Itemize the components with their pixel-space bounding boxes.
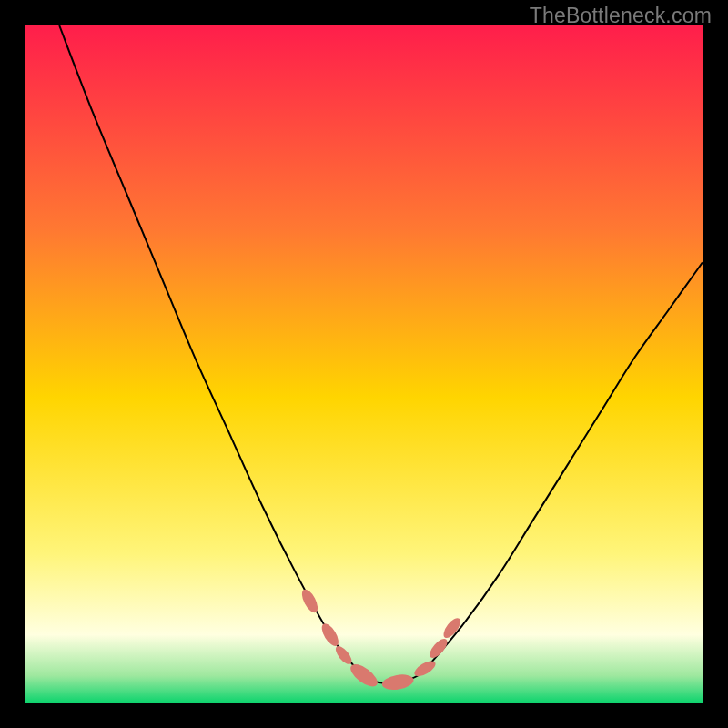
watermark-text: TheBottleneck.com: [530, 4, 712, 28]
chart-frame: TheBottleneck.com: [0, 0, 728, 728]
plot-area: [25, 25, 703, 703]
chart-svg: [25, 25, 703, 703]
gradient-background: [25, 25, 703, 703]
